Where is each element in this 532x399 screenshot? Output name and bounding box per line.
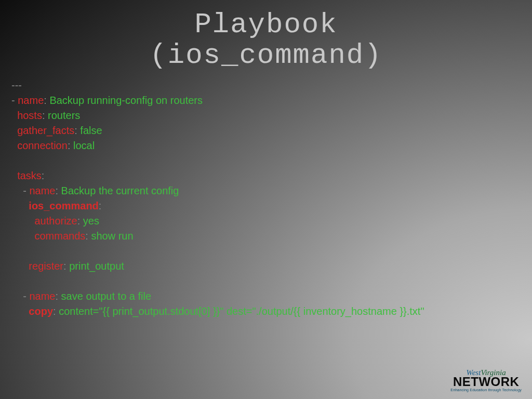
tasks-key: tasks [17,170,42,181]
name-key: name [18,95,44,106]
task1-name: Backup the current config [61,185,179,196]
copy-val: content="{{ print_output.stdout[0] }}" d… [59,305,424,317]
hosts-key: hosts [17,110,42,121]
title-line1: Playbook [0,9,532,40]
register-val: print_output [69,260,124,272]
authorize-key: authorize [34,215,77,227]
title-line2: (ios_command) [0,40,532,71]
gather-facts-val: false [80,125,102,136]
commands-val: show run [91,230,133,242]
commands-key: commands [34,230,85,242]
yaml-sep: --- [11,79,22,91]
wvnet-logo: WestVirginia NETWORK Enhancing Education… [450,369,522,392]
logo-network: NETWORK [450,376,522,388]
slide-title: Playbook (ios_command) [0,0,532,71]
logo-tagline: Enhancing Education through Technology [450,388,522,392]
register-key: register [29,260,63,272]
copy-key: copy [29,305,53,317]
authorize-val: yes [83,215,99,227]
hosts-val: routers [48,110,80,121]
task2-name: save output to a file [61,290,151,302]
connection-key: connection [17,140,68,151]
playbook-code: --- - name: Backup running-config on rou… [11,78,424,319]
gather-facts-key: gather_facts [17,125,74,136]
play-name: Backup running-config on routers [49,95,203,106]
ios-command-key: ios_command [29,200,98,211]
connection-val: local [73,140,95,151]
